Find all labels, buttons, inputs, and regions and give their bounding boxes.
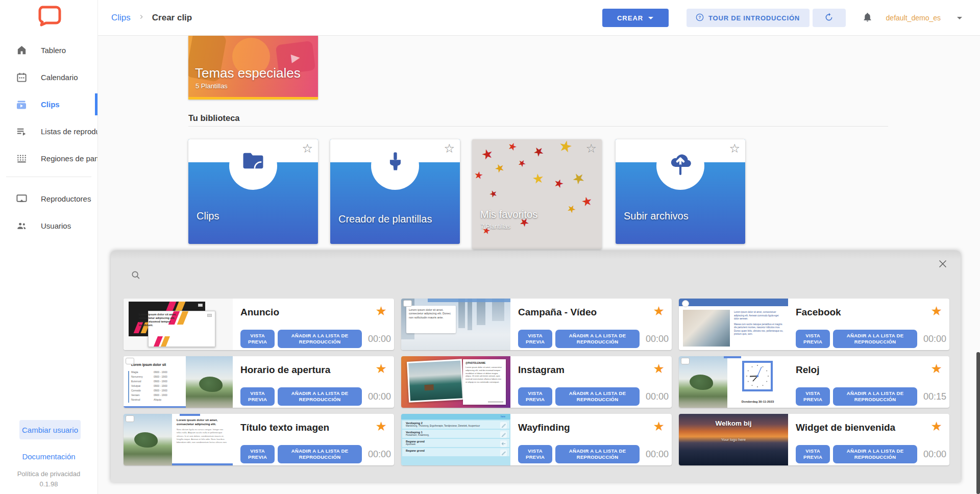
preview-button[interactable]: VISTA PREVIA [518, 387, 552, 406]
notifications-bell-icon[interactable] [862, 11, 873, 25]
arrow-left-icon [500, 440, 507, 447]
user-menu-caret-icon[interactable] [957, 17, 962, 19]
add-to-playlist-button[interactable]: AÑADIR A LA LISTA DE REPRODUCCIÓN [833, 330, 917, 348]
search-icon[interactable] [130, 269, 141, 283]
confetti-star: ★ [516, 156, 528, 169]
caret-down-icon [648, 17, 653, 19]
library-card-clips[interactable]: ☆ Clips [188, 139, 318, 244]
privacy-policy-link[interactable]: Política de privacidad [0, 470, 97, 478]
app-version: 0.1.98 [0, 480, 97, 488]
sidebar-item-label: Tablero [41, 46, 97, 55]
sidebar-item-label: Regiones de pant [41, 154, 97, 163]
library-card-label: Clips [197, 209, 219, 223]
favorite-star-icon[interactable]: ★ [931, 361, 942, 376]
vertical-scrollbar-thumb[interactable] [976, 352, 980, 494]
confetti-star: ★ [580, 193, 594, 210]
template-card-campana[interactable]: Lorem ipsum dolor sit amet, consectetur … [401, 299, 672, 350]
clip-duration: 00:00 [368, 334, 391, 348]
sidebar-item-tablero[interactable]: Tablero [0, 37, 97, 64]
app-logo-icon[interactable] [38, 5, 61, 29]
favorite-star-icon[interactable]: ★ [931, 304, 942, 318]
library-heading: Tu biblioteca [188, 113, 240, 123]
close-icon[interactable] [937, 258, 948, 271]
refresh-button[interactable] [813, 9, 846, 27]
confetti-star: ★ [530, 142, 548, 160]
preview-button[interactable]: VISTA PREVIA [240, 330, 275, 348]
favorite-star-icon[interactable]: ★ [653, 419, 665, 434]
template-card-reloj[interactable]: Donderdag 30-11-2023 Reloj ★ VISTA PREVI… [679, 356, 949, 408]
template-thumbnail: Lorem ipsum dolor sit Magia0900 - 1900 N… [124, 356, 233, 408]
template-thumbnail: Lorem ipsum dolor sit amet, consectetur … [401, 299, 510, 350]
favorite-star-icon[interactable]: ★ [376, 361, 387, 376]
template-thumbnail: here Verdieping 2 Mantelzorg, Thuiszorg,… [401, 414, 510, 465]
chevron-right-icon [138, 13, 145, 22]
favorite-star-outline-icon[interactable]: ☆ [302, 141, 313, 156]
confetti-star: ★ [480, 145, 495, 163]
change-user-button[interactable]: Cambiar usuario [19, 420, 81, 439]
users-icon [15, 220, 28, 232]
intro-tour-button[interactable]: ? TOUR DE INTRODUCCIÓN [687, 9, 810, 27]
template-title: Horario de apertura [240, 364, 330, 376]
favorite-star-icon[interactable]: ★ [376, 304, 387, 318]
add-to-playlist-button[interactable]: AÑADIR A LA LISTA DE REPRODUCCIÓN [278, 387, 362, 406]
library-card-upload[interactable]: ☆ Subir archivos [616, 139, 745, 244]
documentation-link[interactable]: Documentación [0, 452, 97, 461]
template-card-horario[interactable]: Lorem ipsum dolor sit Magia0900 - 1900 N… [124, 356, 394, 408]
template-card-instagram[interactable]: @PHOTOLENAME Lorem ipsum dolor sit amet,… [401, 356, 672, 408]
template-title: Reloj [796, 364, 819, 376]
sidebar-item-reproductores[interactable]: Reproductores [0, 185, 97, 212]
favorite-star-icon[interactable]: ★ [376, 419, 387, 434]
breadcrumb-clips-link[interactable]: Clips [111, 13, 131, 23]
preview-button[interactable]: VISTA PREVIA [240, 445, 275, 463]
favorite-star-outline-icon[interactable]: ☆ [444, 141, 455, 156]
add-to-playlist-button[interactable]: AÑADIR A LA LISTA DE REPRODUCCIÓN [833, 387, 917, 406]
add-to-playlist-button[interactable]: AÑADIR A LA LISTA DE REPRODUCCIÓN [555, 330, 640, 348]
template-card-facebook[interactable]: Lorem ipsum dolor sit amet, consectetuer… [679, 299, 949, 350]
clip-duration: 00:00 [923, 449, 946, 463]
clip-duration: 00:00 [646, 391, 669, 406]
favorite-star-icon[interactable]: ★ [653, 304, 665, 318]
sidebar-item-regiones[interactable]: Regiones de pant [0, 145, 97, 172]
preview-button[interactable]: VISTA PREVIA [796, 330, 830, 348]
folder-icon [241, 150, 265, 174]
confetti-star: ★ [493, 160, 507, 176]
confetti-star: ★ [552, 176, 566, 191]
add-to-playlist-button[interactable]: AÑADIR A LA LISTA DE REPRODUCCIÓN [833, 445, 917, 463]
template-browser-panel: Lorem ipsum dolor sit amet, consectetur … [111, 251, 961, 482]
preview-button[interactable]: VISTA PREVIA [240, 387, 275, 406]
preview-button[interactable]: VISTA PREVIA [796, 387, 830, 406]
template-card-anuncio[interactable]: Lorem ipsum dolor sit amet, consectetur … [124, 299, 394, 350]
sidebar-item-label: Calendario [41, 73, 97, 82]
preview-button[interactable]: VISTA PREVIA [518, 330, 552, 348]
create-button[interactable]: CREAR [602, 9, 669, 27]
sidebar-item-clips[interactable]: Clips [0, 91, 97, 118]
library-card-favorites[interactable]: ★ ★ ★ ★ ★ ★ ★ ★ ★ ★ ★ ★ ★ ★ ★ ☆ Mis favo… [472, 139, 602, 249]
analog-clock [742, 361, 773, 391]
template-title: Anuncio [240, 307, 279, 318]
template-card-widget[interactable]: Welkom bij Your logo here Widget de bien… [679, 414, 949, 465]
sidebar-item-calendario[interactable]: Calendario [0, 64, 97, 91]
add-to-playlist-button[interactable]: AÑADIR A LA LISTA DE REPRODUCCIÓN [278, 330, 362, 348]
template-card-wayfinding[interactable]: here Verdieping 2 Mantelzorg, Thuiszorg,… [401, 414, 672, 465]
sidebar-item-usuarios[interactable]: Usuarios [0, 212, 97, 239]
add-to-playlist-button[interactable]: AÑADIR A LA LISTA DE REPRODUCCIÓN [278, 445, 362, 463]
favorite-star-outline-icon[interactable]: ☆ [729, 141, 740, 156]
preview-button[interactable]: VISTA PREVIA [518, 445, 552, 463]
sidebar-item-label: Reproductores [41, 194, 97, 203]
preview-button[interactable]: VISTA PREVIA [796, 445, 830, 463]
template-title: Campaña - Vídeo [518, 307, 597, 318]
template-thumbnail: Lorem ipsum dolor sit amet, consectetuer… [679, 299, 788, 350]
favorite-star-icon[interactable]: ★ [653, 361, 665, 376]
stairs-icon [500, 422, 507, 429]
favorite-star-outline-icon[interactable]: ☆ [585, 141, 597, 156]
template-card-titulo[interactable]: Lorem ipsum dolor sit amet, consectetur … [124, 414, 394, 465]
clip-duration: 00:00 [368, 391, 391, 406]
add-to-playlist-button[interactable]: AÑADIR A LA LISTA DE REPRODUCCIÓN [555, 445, 640, 463]
sidebar-item-listas[interactable]: Listas de reprodu [0, 118, 97, 145]
template-thumbnail: Lorem ipsum dolor sit amet, consectetur … [124, 414, 233, 465]
favorite-star-icon[interactable]: ★ [931, 419, 942, 434]
current-user-menu[interactable]: default_demo_es [886, 14, 941, 22]
featured-category-card[interactable]: ▶ Temas especiales 5 Plantillas [188, 36, 318, 100]
library-card-template-creator[interactable]: ☆ Creador de plantillas [330, 139, 460, 244]
add-to-playlist-button[interactable]: AÑADIR A LA LISTA DE REPRODUCCIÓN [555, 387, 640, 406]
